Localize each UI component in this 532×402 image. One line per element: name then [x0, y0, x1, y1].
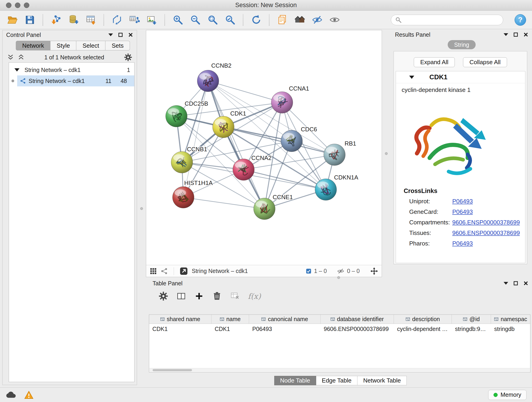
table-cell[interactable]: stringdb [491, 326, 530, 332]
network-node-cdkn1a[interactable]: CDKN1A [315, 174, 358, 200]
panel-close-icon[interactable] [523, 281, 528, 286]
network-node-cdc6[interactable]: CDC6 [281, 126, 317, 152]
panel-maximize-icon[interactable] [514, 32, 518, 37]
table-cell[interactable]: P06493 [249, 326, 321, 332]
gene-card-collapse-icon[interactable] [409, 76, 414, 79]
column-header[interactable]: name [211, 315, 249, 324]
table-row[interactable]: CDK1 CDK1 P06493 9606.ENSP00000378699 cy… [149, 324, 530, 334]
hide-selected-button[interactable] [311, 13, 323, 26]
network-node-hist1h1a[interactable]: HIST1H1A [172, 179, 213, 208]
import-network-file-button[interactable] [50, 13, 62, 26]
crosslink-tissues-link[interactable]: 9606.ENSP00000378699 [452, 230, 520, 236]
save-session-button[interactable] [23, 13, 36, 26]
expand-all-button[interactable]: Expand All [414, 57, 455, 67]
tab-edge-table[interactable]: Edge Table [316, 376, 358, 385]
panel-maximize-icon[interactable] [119, 33, 123, 37]
network-node-rb1[interactable]: RB1 [324, 140, 356, 166]
column-header[interactable]: namespac [491, 315, 530, 324]
table-settings-gear-icon[interactable] [158, 291, 168, 301]
table-cell[interactable]: 9606.ENSP00000378699 [321, 326, 394, 332]
network-node-ccna1[interactable]: CCNA1 [271, 85, 309, 113]
network-node-ccnb2[interactable]: CCNB2 [197, 62, 231, 92]
zoom-selected-button[interactable] [224, 13, 236, 26]
zoom-out-button[interactable] [189, 13, 202, 26]
cloud-status-button[interactable] [6, 391, 16, 399]
import-table-button[interactable] [84, 13, 97, 26]
network-edge[interactable] [208, 81, 264, 209]
network-options-button[interactable] [124, 53, 132, 61]
panel-close-icon[interactable] [523, 32, 528, 37]
duplicate-document-button[interactable] [276, 13, 289, 26]
memory-button[interactable]: Memory [488, 390, 526, 400]
clone-network-button[interactable] [110, 13, 123, 26]
network-collection-row[interactable]: String Network – cdk1 1 [9, 64, 134, 75]
tab-network-table[interactable]: Network Table [357, 376, 407, 385]
collection-expand-icon[interactable] [14, 68, 19, 71]
panel-float-icon[interactable] [108, 33, 113, 36]
zoom-window-button[interactable] [24, 2, 29, 8]
zoom-fit-button[interactable] [206, 13, 219, 26]
network-node-cdc25b[interactable]: CDC25B [166, 100, 208, 127]
grid-view-icon[interactable] [150, 268, 157, 274]
panel-maximize-icon[interactable] [514, 281, 518, 285]
minimize-window-button[interactable] [15, 2, 20, 8]
hidden-eye-slash-icon[interactable] [337, 268, 344, 274]
splitter-handle[interactable] [385, 152, 388, 155]
gene-card-header[interactable]: CDK1 [396, 71, 525, 83]
scrollbar-thumb[interactable] [152, 369, 192, 371]
delete-column-icon[interactable] [212, 291, 222, 301]
crosslink-genecard-link[interactable]: P06493 [452, 208, 473, 216]
panel-close-icon[interactable] [128, 32, 133, 37]
add-column-icon[interactable] [194, 291, 204, 301]
panel-float-icon[interactable] [504, 282, 508, 285]
crosslink-compartments-link[interactable]: 9606.ENSP00000378699 [452, 219, 520, 226]
results-tab-string[interactable]: String [448, 40, 475, 49]
expand-all-networks-icon[interactable] [18, 54, 25, 61]
refresh-button[interactable] [250, 13, 263, 26]
network-edge[interactable] [208, 81, 282, 102]
table-cell[interactable]: stringdb:9… [452, 326, 491, 332]
collapse-all-button[interactable]: Collapse All [463, 57, 507, 67]
network-edge[interactable] [223, 127, 335, 155]
table-cell[interactable]: CDK1 [211, 326, 249, 332]
splitter-handle[interactable] [140, 207, 143, 210]
network-graph-canvas[interactable]: CCNB2CCNA1CDC25BCDK1CDC6RB1CCNB1CCNA2CDK… [146, 30, 382, 265]
network-node-cdk1[interactable]: CDK1 [213, 110, 246, 138]
table-cell[interactable]: CDK1 [149, 326, 211, 332]
crosslink-uniprot-link[interactable]: P06493 [452, 198, 473, 205]
open-session-button[interactable] [6, 13, 19, 26]
column-header[interactable]: description [394, 315, 452, 324]
table-horizontal-scrollbar[interactable] [149, 368, 530, 372]
search-field[interactable] [391, 15, 503, 25]
zoom-in-button[interactable] [171, 13, 184, 26]
export-image-button[interactable] [145, 13, 158, 26]
tab-sets[interactable]: Sets [105, 41, 130, 51]
column-header[interactable]: @id [452, 315, 491, 324]
network-node-ccnb1[interactable]: CCNB1 [171, 146, 207, 173]
crosslink-pharos-link[interactable]: P06493 [452, 240, 473, 247]
panel-float-icon[interactable] [504, 33, 508, 36]
warnings-button[interactable] [24, 390, 33, 400]
tab-select[interactable]: Select [76, 41, 105, 51]
tab-node-table[interactable]: Node Table [274, 376, 316, 385]
column-header[interactable]: shared name [149, 315, 211, 324]
help-button[interactable]: ? [515, 14, 526, 26]
network-view-mode-icon[interactable] [161, 268, 168, 274]
tab-style[interactable]: Style [51, 41, 76, 51]
table-cell[interactable]: cyclin-dependent … [394, 326, 452, 332]
search-input[interactable] [404, 17, 499, 23]
function-builder-button[interactable]: f(x) [248, 292, 261, 301]
close-window-button[interactable] [6, 2, 12, 8]
collapse-all-networks-icon[interactable] [7, 54, 14, 61]
detach-view-icon[interactable] [180, 267, 188, 275]
column-header[interactable]: database identifier [321, 315, 394, 324]
column-header[interactable]: canonical name [249, 315, 321, 324]
splitter-handle[interactable] [337, 276, 340, 279]
pan-move-icon[interactable] [370, 267, 378, 275]
tab-network[interactable]: Network [16, 41, 51, 51]
home-view-button[interactable] [293, 13, 306, 26]
network-row-selected[interactable]: String Network – cdk1 11 48 [9, 75, 134, 86]
show-all-button[interactable] [328, 13, 341, 26]
network-from-table-button[interactable] [128, 13, 141, 26]
show-columns-icon[interactable] [177, 291, 186, 301]
